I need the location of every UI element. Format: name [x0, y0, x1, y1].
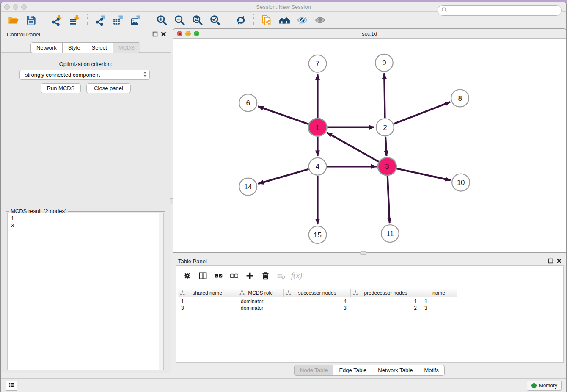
splitter-grip[interactable] — [360, 251, 366, 255]
node-label: 1 — [316, 124, 319, 132]
add-icon[interactable] — [245, 271, 255, 281]
column-header-MCDS-role[interactable]: MCDS role — [237, 289, 284, 297]
zoom-in-icon[interactable] — [155, 14, 168, 27]
graph-node-14[interactable]: 14 — [239, 178, 257, 196]
graph-edge-3-10[interactable] — [396, 168, 451, 180]
tab-network-table[interactable]: Network Table — [372, 365, 418, 376]
table-panel-title: Table Panel — [178, 258, 207, 265]
search-input[interactable] — [448, 7, 561, 14]
graph-edge-3-1[interactable] — [327, 133, 379, 162]
home-icon[interactable] — [278, 14, 291, 27]
network-graph[interactable]: 7968124314101511 — [173, 39, 566, 252]
tab-mcds[interactable]: MCDS — [113, 42, 140, 53]
graph-edge-3-11[interactable] — [388, 176, 390, 223]
cell-predecessor-nodes: 2 — [351, 305, 421, 312]
graph-node-15[interactable]: 15 — [309, 226, 327, 243]
close-window-button[interactable] — [4, 4, 10, 10]
network-canvas[interactable]: 7968124314101511 — [173, 39, 566, 252]
network-window-title: scc.txt — [173, 29, 566, 39]
table-panel-tabs: Node TableEdge TableNetwork TableMotifs — [173, 365, 566, 376]
tab-node-table[interactable]: Node Table — [294, 365, 334, 376]
column-header-successor-nodes[interactable]: successor nodes — [284, 289, 351, 297]
column-header-shared-name[interactable]: shared name — [178, 289, 237, 297]
network-window-titlebar[interactable]: scc.txt — [173, 29, 566, 39]
table-toolbar: f(x) — [182, 269, 307, 282]
minimize-window-button[interactable] — [13, 4, 18, 10]
toolbar-separator — [87, 14, 88, 26]
graph-node-9[interactable]: 9 — [375, 54, 393, 72]
import-table-icon[interactable] — [68, 14, 81, 27]
table-row[interactable]: 3dominator323 — [178, 305, 457, 312]
close-panel-icon[interactable] — [556, 258, 562, 264]
search-field[interactable] — [438, 5, 562, 16]
mcds-result-textarea[interactable]: 13 — [7, 213, 164, 370]
graph-node-4[interactable]: 4 — [309, 158, 327, 175]
node-label: 7 — [316, 60, 319, 68]
optimization-criterion-dropdown[interactable]: strongly connected component — [19, 70, 150, 80]
columns-icon[interactable] — [198, 271, 208, 281]
tab-edge-table[interactable]: Edge Table — [333, 365, 372, 376]
tab-motifs[interactable]: Motifs — [418, 365, 445, 376]
graph-edge-2-9[interactable] — [384, 73, 385, 118]
control-panel-title: Control Panel — [7, 31, 40, 38]
graph-edge-2-3[interactable] — [385, 137, 386, 156]
graph-edge-1-6[interactable] — [258, 106, 309, 124]
graph-node-6[interactable]: 6 — [239, 94, 257, 112]
deselect-all-icon[interactable] — [229, 271, 239, 281]
memory-button[interactable]: Memory — [527, 381, 562, 391]
result-line: 1 — [11, 215, 158, 222]
select-all-icon[interactable] — [213, 271, 223, 281]
graph-edge-4-14[interactable] — [258, 169, 308, 184]
save-icon[interactable] — [25, 14, 37, 27]
float-panel-icon[interactable] — [152, 31, 158, 37]
zoom-network-button[interactable] — [194, 31, 199, 36]
control-panel-tabs: NetworkStyleSelectMCDS — [1, 42, 171, 53]
zoom-fit-icon[interactable] — [191, 14, 204, 27]
node-label: 15 — [314, 231, 322, 239]
column-header-name[interactable]: name — [421, 289, 457, 297]
minimize-network-button[interactable] — [185, 31, 191, 36]
tab-select[interactable]: Select — [86, 42, 113, 53]
tree-icon — [353, 290, 358, 295]
export-image-icon[interactable] — [129, 14, 142, 27]
eye-icon[interactable] — [314, 14, 326, 27]
graph-node-1[interactable]: 1 — [308, 119, 327, 136]
node-label: 6 — [246, 99, 250, 107]
refresh-icon[interactable] — [234, 14, 247, 27]
network-document-icon[interactable] — [260, 14, 273, 27]
close-panel-icon[interactable] — [161, 31, 166, 37]
tab-style[interactable]: Style — [62, 42, 86, 53]
task-history-button[interactable] — [6, 381, 17, 391]
table-row[interactable]: 1dominator411 — [178, 298, 457, 305]
zoom-selected-icon[interactable] — [209, 14, 221, 27]
graph-node-7[interactable]: 7 — [309, 55, 327, 72]
network-view-window: scc.txt 7968124314101511 — [173, 28, 566, 253]
result-scrollbar[interactable] — [159, 213, 163, 370]
node-label: 14 — [244, 183, 252, 191]
graph-node-11[interactable]: 11 — [381, 225, 399, 242]
hide-eye-icon[interactable] — [296, 14, 308, 27]
export-network-icon[interactable] — [94, 14, 107, 27]
close-network-button[interactable] — [177, 31, 182, 36]
zoom-out-icon[interactable] — [173, 14, 186, 27]
trash-icon[interactable] — [260, 271, 270, 281]
optimization-criterion-label: Optimization criterion: — [1, 61, 171, 67]
column-header-predecessor-nodes[interactable]: predecessor nodes — [351, 289, 421, 297]
open-folder-icon[interactable] — [7, 14, 19, 27]
mcds-result-lines: 13 — [8, 213, 158, 370]
graph-edge-2-8[interactable] — [394, 102, 450, 124]
float-panel-icon[interactable] — [548, 258, 553, 264]
import-network-icon[interactable] — [50, 14, 63, 27]
close-panel-button[interactable]: Close panel — [86, 83, 131, 93]
run-mcds-button[interactable]: Run MCDS — [41, 83, 81, 93]
graph-node-8[interactable]: 8 — [451, 90, 469, 107]
zoom-window-button[interactable] — [21, 4, 27, 10]
node-label: 9 — [382, 59, 386, 67]
graph-node-10[interactable]: 10 — [452, 174, 470, 191]
window-controls — [4, 4, 27, 10]
graph-node-3[interactable]: 3 — [378, 157, 396, 175]
export-table-icon[interactable] — [112, 14, 124, 27]
graph-node-2[interactable]: 2 — [376, 119, 394, 136]
gear-icon[interactable] — [182, 271, 192, 281]
tab-network[interactable]: Network — [30, 42, 63, 53]
